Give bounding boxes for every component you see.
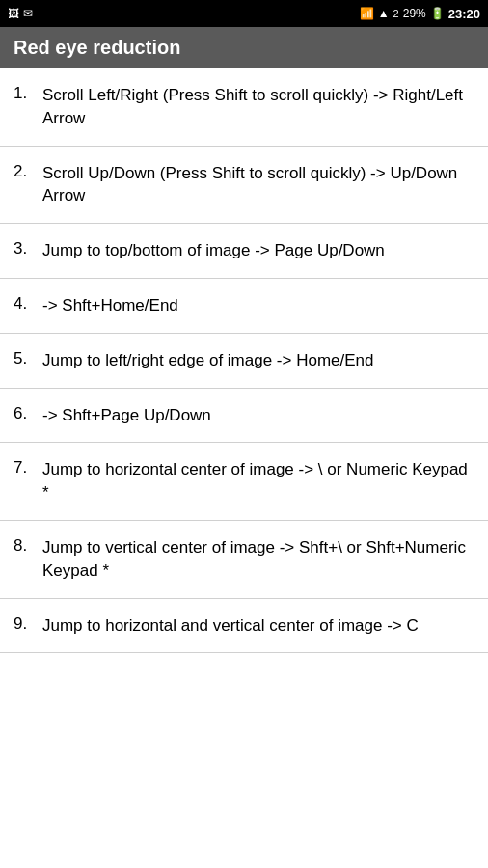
item-text: Jump to top/bottom of image -> Page Up/D… xyxy=(42,239,474,262)
status-bar: 🖼 ✉ 📶 ▲ 2 29% 🔋 23:20 xyxy=(0,0,488,27)
list-item: 7. Jump to horizontal center of image ->… xyxy=(0,443,488,521)
item-text: Jump to horizontal and vertical center o… xyxy=(42,614,474,637)
item-number: 4. xyxy=(14,294,35,313)
item-text: Scroll Left/Right (Press Shift to scroll… xyxy=(42,84,474,130)
item-text: Scroll Up/Down (Press Shift to scroll qu… xyxy=(42,162,474,208)
status-bar-left: 🖼 ✉ xyxy=(8,7,33,20)
item-number: 7. xyxy=(14,458,35,477)
status-bar-right: 📶 ▲ 2 29% 🔋 23:20 xyxy=(360,7,480,21)
item-number: 2. xyxy=(14,162,35,181)
list-item: 6. -> Shft+Page Up/Down xyxy=(0,389,488,444)
item-text: Jump to vertical center of image -> Shft… xyxy=(42,536,474,583)
list-item: 8. Jump to vertical center of image -> S… xyxy=(0,521,488,599)
list-item: 5. Jump to left/right edge of image -> H… xyxy=(0,334,488,389)
list-item: 9. Jump to horizontal and vertical cente… xyxy=(0,599,488,654)
gmail-icon: ✉ xyxy=(23,7,33,20)
data-icon: 2 xyxy=(393,8,399,19)
item-number: 3. xyxy=(14,239,35,258)
content-list: 1. Scroll Left/Right (Press Shift to scr… xyxy=(0,68,488,653)
page-title: Red eye reduction xyxy=(14,37,180,58)
time: 23:20 xyxy=(448,7,480,21)
title-bar: Red eye reduction xyxy=(0,27,488,68)
wifi-icon: ▲ xyxy=(378,7,390,20)
battery-level: 29% xyxy=(403,7,426,20)
item-number: 8. xyxy=(14,536,35,556)
list-item: 2. Scroll Up/Down (Press Shift to scroll… xyxy=(0,147,488,225)
battery-icon: 🔋 xyxy=(430,7,445,20)
item-number: 1. xyxy=(14,84,35,103)
list-item: 4. -> Shft+Home/End xyxy=(0,279,488,334)
item-text: Jump to left/right edge of image -> Home… xyxy=(42,349,474,372)
item-text: Jump to horizontal center of image -> \ … xyxy=(42,458,474,504)
item-text: -> Shft+Page Up/Down xyxy=(42,404,474,427)
item-number: 9. xyxy=(14,614,35,634)
signal-icon: 📶 xyxy=(360,7,374,20)
list-item: 1. Scroll Left/Right (Press Shift to scr… xyxy=(0,68,488,147)
item-text: -> Shft+Home/End xyxy=(42,294,474,317)
camera-icon: 🖼 xyxy=(8,7,19,20)
item-number: 6. xyxy=(14,404,35,423)
item-number: 5. xyxy=(14,349,35,368)
list-item: 3. Jump to top/bottom of image -> Page U… xyxy=(0,224,488,279)
